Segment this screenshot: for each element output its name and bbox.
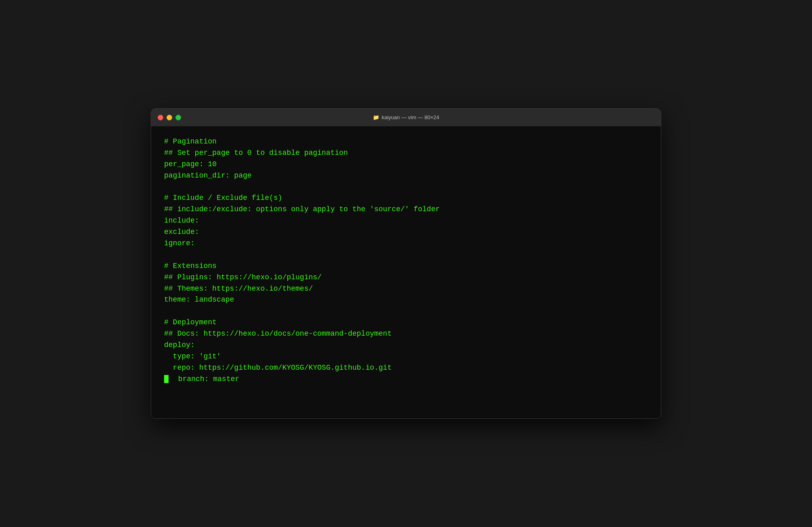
editor-line: # Extensions <box>164 261 648 272</box>
editor-line: pagination_dir: page <box>164 170 648 182</box>
traffic-lights <box>158 115 181 120</box>
editor-line: per_page: 10 <box>164 159 648 170</box>
editor-line: # Include / Exclude file(s) <box>164 193 648 204</box>
editor-content[interactable]: # Pagination## Set per_page to 0 to disa… <box>151 126 661 418</box>
vim-cursor <box>164 375 169 383</box>
editor-line: exclude: <box>164 227 648 238</box>
editor-line: ## include:/exclude: options only apply … <box>164 204 648 215</box>
editor-line: ## Themes: https://hexo.io/themes/ <box>164 283 648 295</box>
terminal-window: 📁 kaiyuan — vim — 80×24 # Pagination## S… <box>151 108 661 419</box>
window-title: 📁 kaiyuan — vim — 80×24 <box>373 114 439 120</box>
title-text: kaiyuan — vim — 80×24 <box>382 114 439 120</box>
close-button[interactable] <box>158 115 163 120</box>
editor-line <box>164 306 648 317</box>
editor-line: theme: landscape <box>164 294 648 306</box>
editor-line <box>164 249 648 261</box>
editor-line <box>164 182 648 193</box>
editor-line: branch: master <box>164 374 648 385</box>
editor-line: deploy: <box>164 340 648 351</box>
editor-line: ## Docs: https://hexo.io/docs/one-comman… <box>164 328 648 340</box>
maximize-button[interactable] <box>175 115 181 120</box>
editor-line: # Deployment <box>164 317 648 328</box>
editor-line: type: 'git' <box>164 351 648 362</box>
editor-lines: # Pagination## Set per_page to 0 to disa… <box>164 136 648 385</box>
folder-icon: 📁 <box>373 114 379 120</box>
editor-line: repo: https://github.com/KYOSG/KYOSG.git… <box>164 362 648 374</box>
editor-line: ## Plugins: https://hexo.io/plugins/ <box>164 272 648 283</box>
editor-line: # Pagination <box>164 136 648 148</box>
minimize-button[interactable] <box>167 115 172 120</box>
editor-line: include: <box>164 215 648 227</box>
titlebar: 📁 kaiyuan — vim — 80×24 <box>151 109 661 126</box>
editor-line: ## Set per_page to 0 to disable paginati… <box>164 148 648 159</box>
editor-line: ignore: <box>164 238 648 249</box>
